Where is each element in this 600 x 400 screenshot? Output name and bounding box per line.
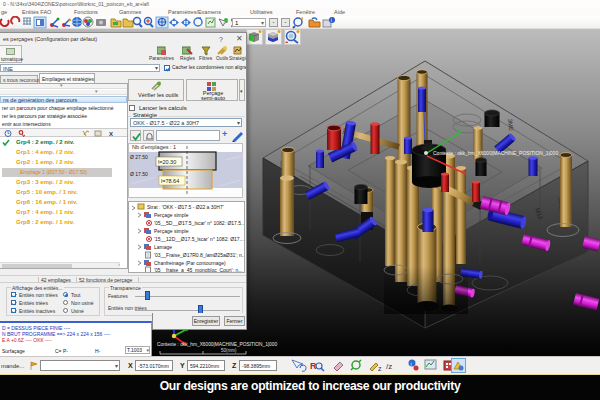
svg-text:X: X bbox=[109, 131, 113, 137]
svg-text:3ME: 3ME bbox=[507, 118, 514, 131]
svg-text:'15__12D__Ø17.5_lscar' n° 1082: '15__12D__Ø17.5_lscar' n° 1082: Ø17... bbox=[154, 236, 244, 242]
svg-text:z: z bbox=[378, 365, 382, 372]
svg-text:/z: /z bbox=[386, 362, 392, 371]
svg-text:l=20.30: l=20.30 bbox=[158, 159, 176, 165]
svg-text:Chanfreinage (Par contournage): Chanfreinage (Par contournage) bbox=[154, 260, 226, 266]
svg-text:Strat : 'OKK - Ø17.5 - Ø22 a 3: Strat : 'OKK - Ø17.5 - Ø22 a 30H7' bbox=[147, 204, 224, 210]
svg-text:i: i bbox=[331, 17, 332, 23]
svg-text:i: i bbox=[411, 361, 412, 367]
svg-text:'05__5D__Ø17.5_lscar' n° 1082:: '05__5D__Ø17.5_lscar' n° 1082: Ø17.5... bbox=[154, 220, 245, 226]
svg-text:Perçage simple: Perçage simple bbox=[154, 212, 189, 218]
svg-text:Lamage: Lamage bbox=[154, 244, 172, 250]
svg-text:Contexte : okk_hm_X6000|MACHIN: Contexte : okk_hm_X6000|MACHINE_POSITION… bbox=[157, 342, 277, 347]
svg-text:50(mm): 50(mm) bbox=[221, 348, 237, 353]
svg-text:'03__Fraise_Ø17R0.8_lamØ25aØ31: '03__Fraise_Ø17R0.8_lamØ25aØ31'; n... bbox=[154, 252, 245, 258]
svg-text:Perçage simple: Perçage simple bbox=[154, 228, 189, 234]
svg-text:Ø 17.50: Ø 17.50 bbox=[130, 171, 148, 177]
svg-text:Ø 27.50: Ø 27.50 bbox=[130, 154, 148, 160]
svg-text:'05__fraise_a_45_monobloc_Cour: '05__fraise_a_45_monobloc_Court'; n... bbox=[154, 267, 242, 272]
svg-text:l=78.64: l=78.64 bbox=[161, 178, 179, 184]
svg-text:Contexte : okk_hm_X6000|MACHIN: Contexte : okk_hm_X6000|MACHINE_POSITION… bbox=[433, 150, 558, 156]
